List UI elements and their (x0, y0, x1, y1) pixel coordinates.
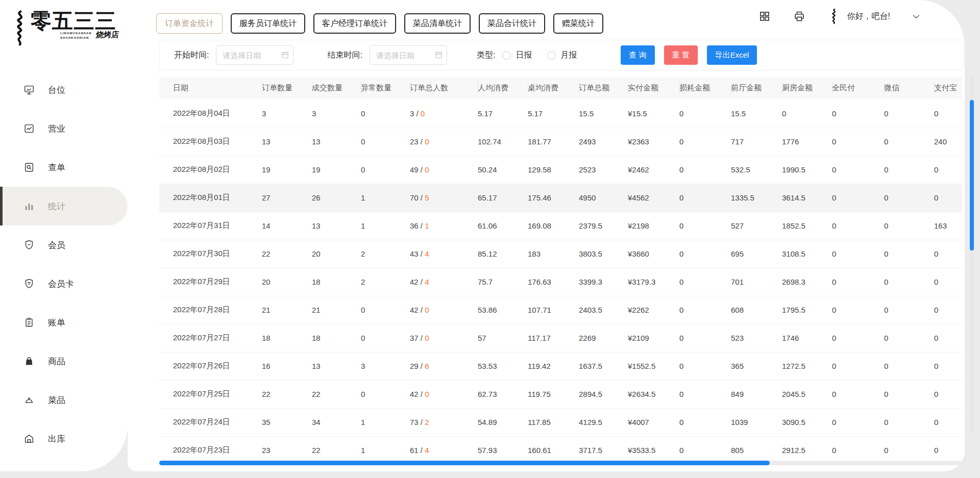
topbar-actions: 你好，吧台! (758, 8, 922, 24)
cell: 0 (832, 380, 884, 408)
abnormal-people-count: 0 (425, 334, 429, 342)
cell: 22 (262, 240, 312, 268)
column-header: 支付宝 (934, 77, 962, 99)
radio-daily-report[interactable]: 日报 (502, 50, 532, 61)
abnormal-people-count: 0 (425, 390, 429, 398)
cell: 1039 (731, 408, 782, 436)
table-row[interactable]: 2022年08月04日3303 / 05.175.1715.5¥15.5015.… (159, 99, 962, 128)
members-icon (23, 239, 35, 250)
logo-text: 零五三三 LINGWUSANSAN SHAOKAODIAN 烧烤店 (31, 10, 119, 40)
start-time-label: 开始时间: (174, 50, 209, 61)
tab-order-funds[interactable]: 订单资金统计 (156, 13, 223, 34)
cell: 0 (884, 296, 934, 324)
sidebar-item-statistics[interactable]: 统计 (0, 187, 128, 225)
table-row[interactable]: 2022年08月02日1919049 / 050.24129.582523¥24… (159, 156, 962, 184)
sidebar-item-bills[interactable]: 账单 (0, 303, 128, 342)
table-header-row: 日期订单数量成交数量异常数量订单总人数人均消费桌均消费订单总额实付金额损耗金额前… (159, 77, 962, 99)
cell: 0 (884, 240, 934, 268)
cell: 3399.3 (579, 268, 628, 296)
cell: 0 (832, 212, 884, 240)
filter-buttons: 查 询 重 置 导出Excel (621, 45, 757, 65)
apps-grid-icon[interactable] (758, 10, 771, 22)
cell: 0 (361, 156, 410, 184)
sidebar-item-member-cards[interactable]: 会员卡 (0, 264, 128, 303)
table-row[interactable]: 2022年07月24日3534173 / 254.89117.854129.5¥… (159, 408, 962, 436)
table-row[interactable]: 2022年07月31日1413136 / 161.06169.082379.5¥… (159, 212, 962, 240)
cell: ¥2198 (628, 212, 679, 240)
cell: 0 (679, 184, 731, 212)
cell-total-people: 23 / 0 (410, 128, 478, 156)
tab-manager-orders[interactable]: 客户经理订单统计 (313, 13, 396, 34)
cell: 0 (679, 324, 731, 352)
order-search-icon (23, 162, 35, 173)
query-button[interactable]: 查 询 (621, 45, 654, 65)
cell: 2022年07月25日 (159, 380, 262, 408)
sidebar-item-label: 账单 (48, 317, 65, 329)
table-row[interactable]: 2022年07月30日2220243 / 485.121833803.5¥366… (159, 240, 962, 268)
cell: 1 (361, 184, 410, 212)
cell: 183 (528, 240, 579, 268)
cell: 2022年07月29日 (159, 268, 262, 296)
column-header: 成交数量 (312, 77, 361, 99)
tab-waiter-orders[interactable]: 服务员订单统计 (231, 13, 305, 34)
cell: 0 (679, 128, 731, 156)
outbound-icon (23, 433, 35, 444)
column-header: 人均消费 (478, 77, 528, 99)
cell: 3 (361, 352, 410, 380)
sidebar-item-label: 营业 (48, 123, 65, 135)
abnormal-people-count: 5 (425, 193, 429, 202)
radio-label: 日报 (516, 50, 532, 61)
table-row[interactable]: 2022年07月25日2222042 / 062.73119.752894.5¥… (159, 380, 962, 408)
table-row[interactable]: 2022年07月23日2322161 / 457.93160.613717.5¥… (159, 436, 962, 464)
horizontal-scrollbar-thumb[interactable] (159, 461, 770, 465)
user-menu[interactable]: 你好，吧台! (828, 8, 922, 24)
cell: 5.17 (528, 99, 579, 128)
cell: 2403.5 (579, 296, 628, 324)
chevron-down-icon[interactable] (911, 11, 922, 22)
user-avatar (828, 8, 840, 24)
cell: 18 (312, 324, 361, 352)
printer-icon[interactable] (793, 10, 805, 22)
reset-button[interactable]: 重 置 (664, 45, 698, 65)
sidebar-item-outbound[interactable]: 出库 (0, 419, 128, 458)
cell: 805 (731, 436, 782, 464)
table-row[interactable]: 2022年07月26日1613329 / 653.53119.421637.5¥… (159, 352, 962, 380)
cell: 1 (361, 212, 410, 240)
sidebar-item-dishes[interactable]: 菜品 (0, 381, 128, 419)
cell: 0 (832, 408, 884, 436)
cell: 13 (312, 128, 361, 156)
cell: 61.06 (478, 212, 528, 240)
table-row[interactable]: 2022年07月27日1818037 / 057117.172269¥21090… (159, 324, 962, 352)
cell: 2379.5 (579, 212, 628, 240)
cell: 50.24 (478, 156, 528, 184)
cell: 2493 (579, 128, 628, 156)
tab-dish-total[interactable]: 菜品合计统计 (479, 13, 545, 34)
logo-subtitle-cn: 烧烤店 (95, 30, 119, 40)
vertical-scrollbar-thumb[interactable] (970, 100, 974, 250)
cell: 18 (312, 268, 361, 296)
logo: 零五三三 LINGWUSANSAN SHAOKAODIAN 烧烤店 (0, 0, 128, 46)
sidebar-item-tables[interactable]: 台位 (0, 70, 128, 109)
table-row[interactable]: 2022年07月28日2121042 / 053.86107.712403.5¥… (159, 296, 962, 324)
sidebar-item-order-search[interactable]: 查单 (0, 148, 128, 187)
cell-total-people: 49 / 0 (410, 156, 478, 184)
export-excel-button[interactable]: 导出Excel (707, 45, 757, 65)
cell: 3 (312, 99, 361, 128)
table-row[interactable]: 2022年08月01日2726170 / 565.17175.464950¥45… (159, 184, 962, 212)
sidebar-item-goods[interactable]: 商品 (0, 342, 128, 381)
vertical-scrollbar (970, 77, 974, 434)
tab-dish-list[interactable]: 菜品清单统计 (404, 13, 471, 34)
tab-gift-dish[interactable]: 赠菜统计 (553, 13, 603, 34)
radio-monthly-report[interactable]: 月报 (547, 50, 577, 61)
cell-total-people: 43 / 4 (410, 240, 478, 268)
sidebar-item-members[interactable]: 会员 (0, 225, 128, 264)
table-row[interactable]: 2022年07月29日2018242 / 475.7176.633399.3¥3… (159, 268, 962, 296)
cell: 75.7 (478, 268, 528, 296)
cell: 117.17 (528, 324, 579, 352)
sidebar-item-label: 台位 (48, 84, 65, 96)
cell: 119.42 (528, 352, 579, 380)
table-row[interactable]: 2022年08月03日1313023 / 0102.74181.772493¥2… (159, 128, 962, 156)
sidebar-item-business[interactable]: 营业 (0, 109, 128, 148)
cell: 4950 (579, 184, 628, 212)
cell-total-people: 42 / 4 (410, 268, 478, 296)
